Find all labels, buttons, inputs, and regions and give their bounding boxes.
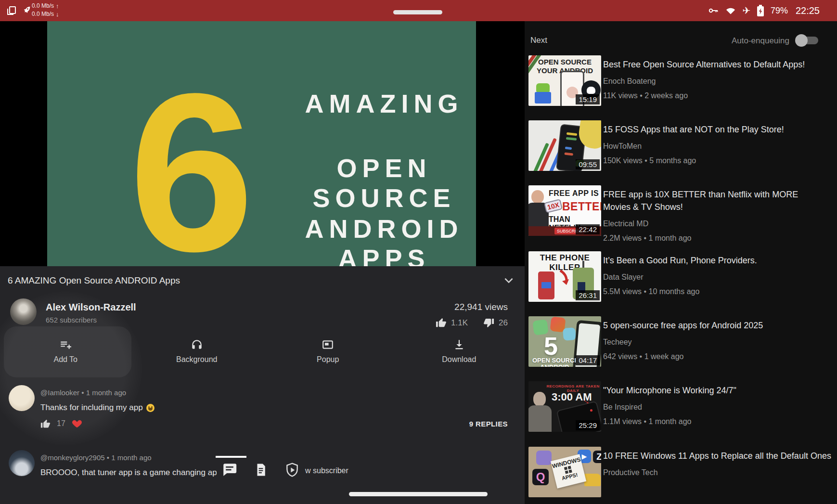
- comment-author-meta[interactable]: @Iamlooker • 1 month ago: [40, 388, 126, 397]
- play-queue-panel: Next Auto-enqueuing OPEN SOURCE YOUR AND…: [525, 21, 837, 504]
- gesture-nav-handle[interactable]: [349, 492, 488, 496]
- like-dislike-row: 1.1K 26: [315, 317, 508, 328]
- video-thumbnail[interactable]: Q ▶ Z WINDOWS APPS!: [528, 447, 601, 497]
- comment-thumb-up-icon: [40, 419, 51, 429]
- dislike-count: 26: [499, 318, 508, 328]
- video-thumbnail[interactable]: 09:55: [528, 120, 601, 171]
- shield-play-icon[interactable]: [284, 462, 300, 478]
- slide-line-3: ANDROID APPS: [259, 214, 476, 266]
- queue-item-channel: Be Inspired: [603, 403, 837, 412]
- popup-label: Popup: [317, 355, 339, 364]
- video-player[interactable]: 6 AMAZING OPEN SOURCE ANDROID APPS: [0, 21, 525, 266]
- video-thumbnail[interactable]: THE PHONE KILLER 26:31: [528, 251, 601, 302]
- camera-cutout-pill: [393, 10, 442, 14]
- queue-item-title[interactable]: "Your Microphone is Working 24/7": [603, 384, 837, 397]
- queue-header: Next: [530, 36, 547, 45]
- queue-item-channel: Enoch Boateng: [603, 77, 837, 86]
- creator-heart-icon: [72, 418, 82, 429]
- status-bar: 0.0 Mb/s↑ 0.0 Mb/s↓ ✈: [0, 0, 837, 21]
- queue-item-meta: 1.1M views • 1 month ago: [603, 417, 837, 426]
- queue-item-channel: HowToMen: [603, 142, 837, 151]
- queue-item-title[interactable]: Best Free Open Source Alternatives to De…: [603, 58, 837, 71]
- airplane-mode-icon: ✈: [742, 5, 750, 16]
- queue-item-meta: 150K views • 5 months ago: [603, 156, 837, 165]
- comment-author-meta[interactable]: @monkeyglory2905 • 1 month ago: [40, 453, 152, 462]
- chevron-down-icon[interactable]: [502, 274, 515, 286]
- replies-button[interactable]: 9 REPLIES: [315, 420, 508, 428]
- headphones-icon: [191, 338, 203, 351]
- comment-author-avatar[interactable]: [9, 385, 35, 411]
- rocket-icon: [21, 5, 32, 15]
- queue-item-meta: 5.5M views • 10 months ago: [603, 287, 837, 296]
- queue-item-channel: Productive Tech: [603, 468, 837, 477]
- queue-item[interactable]: 5 OPEN SOURCE ANDROID 04:17 5 open-sourc…: [528, 316, 835, 376]
- status-clock: 22:25: [796, 5, 820, 16]
- channel-name[interactable]: Alex Wilson-Razzell: [46, 302, 136, 313]
- red-arrow-icon: [557, 270, 571, 286]
- slide-line-2: OPEN SOURCE: [259, 153, 476, 213]
- battery-percent: 79%: [771, 6, 788, 16]
- description-tab-icon[interactable]: [254, 463, 268, 477]
- app-icon-letter: Z: [593, 451, 601, 463]
- queue-item-channel: Data Slayer: [603, 273, 837, 282]
- subscriber-count: 652 subscribers: [46, 316, 97, 324]
- comment-author-avatar[interactable]: [9, 450, 35, 476]
- queue-item-meta: 2.2M views • 1 month ago: [603, 234, 837, 243]
- queue-item[interactable]: FREE APP IS 10X BETTER THAN NETFLIX SUBS…: [528, 185, 835, 246]
- queue-item-title[interactable]: 5 open-source free apps for Android 2025: [603, 319, 837, 332]
- overlay-trailing-text: w subscriber: [305, 466, 348, 475]
- video-title[interactable]: 6 AMAZING Open Source ANDROID Apps: [8, 275, 470, 286]
- windows-icon: [6, 5, 17, 16]
- slide-big-number: 6: [119, 60, 264, 266]
- queue-item[interactable]: 09:55 15 FOSS Apps that are NOT on the P…: [528, 120, 835, 181]
- queue-item-title[interactable]: FREE app is 10X BETTER than Netflix with…: [603, 188, 816, 213]
- download-label: Download: [442, 355, 476, 364]
- screen: 0.0 Mb/s↑ 0.0 Mb/s↓ ✈: [0, 0, 837, 504]
- upload-arrow-icon: ↑: [56, 2, 59, 10]
- comments-tab-icon[interactable]: [221, 462, 238, 478]
- comment-like-count: 17: [57, 419, 65, 428]
- action-button-row: Add To Background Popup: [0, 334, 525, 368]
- channel-avatar[interactable]: [10, 298, 37, 325]
- video-thumbnail[interactable]: OPEN SOURCE YOUR ANDROID 15:19: [528, 55, 601, 106]
- queue-item[interactable]: OPEN SOURCE YOUR ANDROID 15:19 Best Free…: [528, 55, 835, 116]
- queue-item-meta: 11K views • 2 weeks ago: [603, 91, 837, 100]
- download-speed: 0.0 Mb/s: [32, 10, 54, 18]
- duration-badge: 04:17: [576, 355, 600, 365]
- duration-badge: 09:55: [576, 159, 600, 169]
- slide-line-1: AMAZING: [259, 89, 476, 118]
- queue-item[interactable]: RECORDINGS ARE TAKEN DAILY 3:00 AM → 25:…: [528, 381, 835, 441]
- video-frame[interactable]: 6 AMAZING OPEN SOURCE ANDROID APPS: [47, 21, 476, 266]
- download-icon: [453, 338, 465, 351]
- queue-item-title[interactable]: 15 FOSS Apps that are NOT on the Play St…: [603, 123, 837, 136]
- comment-text[interactable]: BROOOO, that tuner app is a game changin…: [40, 468, 217, 478]
- queue-item[interactable]: THE PHONE KILLER 26:31 It’s Been a Good …: [528, 251, 835, 311]
- queue-item-title[interactable]: It’s Been a Good Run, Phone Providers.: [603, 254, 837, 267]
- background-button[interactable]: Background: [131, 334, 263, 368]
- video-thumbnail[interactable]: RECORDINGS ARE TAKEN DAILY 3:00 AM → 25:…: [528, 381, 601, 432]
- wifi-icon: [725, 5, 736, 16]
- app-icon-letter: Q: [532, 469, 549, 485]
- queue-item-title[interactable]: 10 FREE Windows 11 Apps to Replace all t…: [603, 450, 837, 462]
- add-to-button[interactable]: Add To: [0, 334, 131, 368]
- network-speed-indicator: 0.0 Mb/s↑ 0.0 Mb/s↓: [32, 2, 59, 18]
- view-count: 22,941 views: [315, 302, 508, 312]
- video-thumbnail[interactable]: 5 OPEN SOURCE ANDROID 04:17: [528, 316, 601, 367]
- vpn-key-icon: [708, 5, 719, 16]
- queue-item[interactable]: Q ▶ Z WINDOWS APPS! 10 FREE Windows 11 A…: [528, 447, 835, 504]
- duration-badge: 26:31: [576, 290, 600, 300]
- auto-enqueue-toggle[interactable]: [795, 36, 818, 45]
- video-thumbnail[interactable]: FREE APP IS 10X BETTER THAN NETFLIX SUBS…: [528, 185, 601, 236]
- tab-indicator: [216, 456, 246, 458]
- video-detail-panel: 6 AMAZING Open Source ANDROID Apps Alex …: [0, 266, 525, 504]
- like-count: 1.1K: [451, 318, 468, 328]
- duration-badge: 22:42: [576, 224, 600, 234]
- thumb-up-icon: [436, 317, 447, 328]
- popup-window-icon: [322, 338, 334, 351]
- download-button[interactable]: Download: [394, 334, 525, 368]
- queue-item-meta: 642 views • 1 week ago: [603, 352, 837, 361]
- add-to-label: Add To: [53, 355, 77, 364]
- download-arrow-icon: ↓: [56, 10, 59, 18]
- comment-text[interactable]: Thanks for including my app: [40, 403, 155, 413]
- popup-button[interactable]: Popup: [262, 334, 394, 368]
